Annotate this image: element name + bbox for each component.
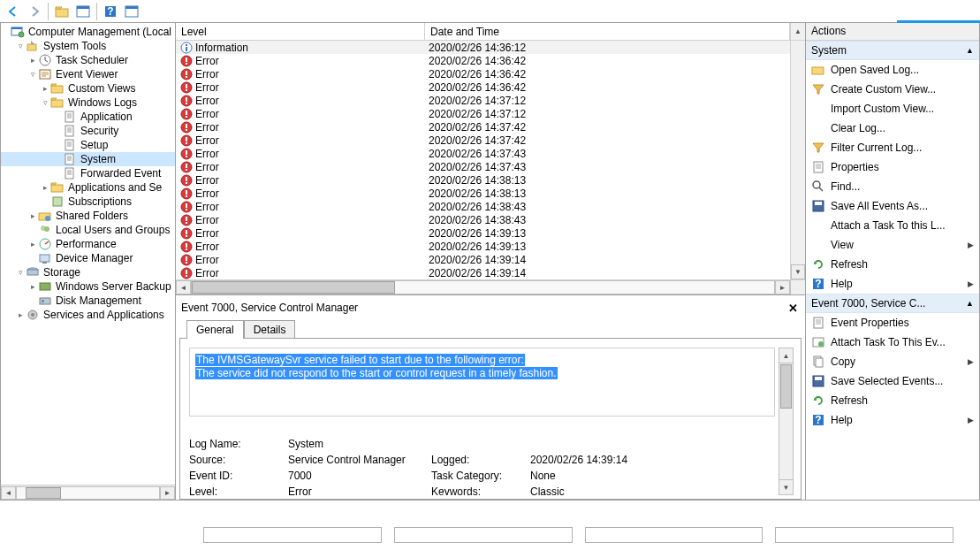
tree-item[interactable]: ▸Windows Server Backup [1, 279, 175, 294]
collapse-icon[interactable]: ▲ [966, 299, 974, 308]
show-action-pane-button[interactable] [122, 2, 141, 21]
actions-group-system[interactable]: System ▲ [806, 41, 979, 60]
tree-item[interactable]: ▿System Tools [1, 39, 175, 53]
action-item[interactable]: View▶ [806, 235, 979, 255]
action-item[interactable]: Open Saved Log... [806, 60, 979, 80]
grid-row[interactable]: Error2020/02/26 14:37:43 [176, 160, 805, 173]
collapse-icon[interactable]: ▲ [966, 46, 974, 55]
tree-item[interactable]: ▿Windows Logs [1, 96, 175, 110]
tree-item[interactable]: ▿Event Viewer [1, 67, 175, 81]
tree-item[interactable]: Computer Management (Local [1, 25, 175, 39]
scroll-down-icon[interactable]: ▼ [779, 479, 793, 494]
forward-button[interactable] [25, 2, 44, 21]
tree-item[interactable]: Local Users and Groups [1, 223, 175, 237]
help-button[interactable]: ? [101, 2, 120, 21]
tree-item[interactable]: Disk Management [1, 294, 175, 308]
expand-icon[interactable]: ▸ [27, 211, 38, 220]
grid-row[interactable]: Error2020/02/26 14:39:13 [176, 226, 805, 240]
close-icon[interactable]: ✕ [788, 302, 798, 315]
tab-general[interactable]: General [186, 320, 244, 339]
grid-row[interactable]: Error2020/02/26 14:37:43 [176, 147, 805, 160]
grid-row[interactable]: Error2020/02/26 14:36:42 [176, 80, 805, 94]
scroll-thumb[interactable] [26, 487, 61, 499]
action-item[interactable]: Filter Current Log... [806, 138, 979, 157]
tree-item[interactable]: Setup [1, 138, 175, 152]
tree-item[interactable]: Security [1, 124, 175, 138]
action-item[interactable]: ?Help▶ [806, 274, 979, 294]
grid-row[interactable]: Error2020/02/26 14:36:42 [176, 54, 805, 67]
grid-row[interactable]: Error2020/02/26 14:38:13 [176, 187, 805, 200]
grid-row[interactable]: Error2020/02/26 14:38:43 [176, 200, 805, 213]
action-item[interactable]: Attach Task To This Ev... [806, 333, 979, 352]
grid-row[interactable]: Error2020/02/26 14:37:12 [176, 107, 805, 120]
scroll-up-icon[interactable]: ▲ [779, 348, 793, 363]
action-item[interactable]: Create Custom View... [806, 80, 979, 99]
tree-item[interactable]: ▸Shared Folders [1, 209, 175, 223]
scroll-right-icon[interactable]: ► [775, 280, 790, 294]
actions-group-event[interactable]: Event 7000, Service C... ▲ [806, 294, 979, 313]
tree-item[interactable]: System [1, 152, 175, 166]
action-item[interactable]: Find... [806, 177, 979, 196]
action-item[interactable]: Event Properties [806, 313, 979, 333]
grid-row[interactable]: Error2020/02/26 14:39:14 [176, 253, 805, 266]
action-item[interactable]: Refresh [806, 255, 979, 274]
action-item[interactable]: Refresh [806, 391, 979, 410]
expand-icon[interactable]: ▿ [15, 42, 26, 50]
scroll-track[interactable] [16, 486, 160, 500]
expand-icon[interactable]: ▸ [27, 56, 38, 65]
scroll-up-icon[interactable]: ▲ [790, 23, 805, 40]
grid-vertical-scrollbar[interactable]: ▼ [790, 41, 805, 279]
action-item[interactable]: Copy▶ [806, 352, 979, 371]
detail-vertical-scrollbar[interactable]: ▲ ▼ [779, 348, 794, 495]
expand-icon[interactable]: ▸ [40, 183, 50, 192]
grid-row[interactable]: Error2020/02/26 14:36:42 [176, 67, 805, 80]
tree-item[interactable]: Forwarded Event [1, 166, 175, 180]
show-tree-button[interactable] [73, 2, 93, 21]
col-level[interactable]: Level [176, 23, 425, 40]
action-item[interactable]: Save Selected Events... [806, 371, 979, 391]
tree-item[interactable]: ▸Services and Applications [1, 308, 175, 322]
expand-icon[interactable]: ▿ [40, 98, 50, 107]
grid-row[interactable]: Error2020/02/26 14:38:43 [176, 213, 805, 226]
expand-icon[interactable]: ▸ [40, 84, 50, 93]
scroll-down-icon[interactable]: ▼ [791, 264, 805, 279]
tree-item[interactable]: Application [1, 110, 175, 124]
scroll-right-icon[interactable]: ► [160, 486, 175, 500]
scroll-left-icon[interactable]: ◄ [1, 486, 16, 500]
expand-icon[interactable]: ▿ [27, 70, 38, 79]
nav-tree[interactable]: Computer Management (Local▿System Tools▸… [1, 23, 175, 322]
col-datetime[interactable]: Date and Time [425, 23, 790, 40]
back-button[interactable] [4, 2, 23, 21]
grid-row[interactable]: Error2020/02/26 14:37:42 [176, 120, 805, 134]
grid-row[interactable]: Error2020/02/26 14:37:12 [176, 94, 805, 107]
tree-item[interactable]: Device Manager [1, 251, 175, 265]
tree-item[interactable]: ▸Task Scheduler [1, 53, 175, 67]
folder-up-button[interactable] [52, 2, 72, 21]
tree-horizontal-scrollbar[interactable]: ◄ ► [1, 485, 175, 500]
tab-details[interactable]: Details [244, 320, 296, 339]
action-item[interactable]: ?Help▶ [806, 410, 979, 430]
scroll-left-icon[interactable]: ◄ [176, 280, 191, 294]
grid-body[interactable]: Information2020/02/26 14:36:12Error2020/… [176, 41, 805, 294]
scroll-thumb[interactable] [192, 281, 395, 294]
tree-item[interactable]: ▸Applications and Se [1, 180, 175, 195]
grid-horizontal-scrollbar[interactable]: ◄ ► [176, 279, 805, 294]
expand-icon[interactable]: ▸ [15, 310, 26, 319]
tree-item[interactable]: ▿Storage [1, 265, 175, 279]
expand-icon[interactable]: ▸ [27, 282, 38, 291]
scroll-thumb[interactable] [780, 364, 792, 409]
expand-icon[interactable]: ▸ [27, 240, 38, 248]
grid-row[interactable]: Error2020/02/26 14:38:13 [176, 173, 805, 187]
grid-row[interactable]: Error2020/02/26 14:39:14 [176, 266, 805, 279]
action-item[interactable]: Import Custom View... [806, 99, 979, 118]
action-item[interactable]: Clear Log... [806, 118, 979, 138]
tree-item[interactable]: ▸Custom Views [1, 81, 175, 96]
grid-row[interactable]: Error2020/02/26 14:39:13 [176, 240, 805, 253]
grid-row[interactable]: Information2020/02/26 14:36:12 [176, 41, 805, 54]
tree-item[interactable]: ▸Performance [1, 237, 175, 251]
grid-row[interactable]: Error2020/02/26 14:37:42 [176, 134, 805, 147]
action-item[interactable]: Save All Events As... [806, 196, 979, 216]
action-item[interactable]: Attach a Task To this L... [806, 216, 979, 235]
action-item[interactable]: Properties [806, 157, 979, 177]
expand-icon[interactable]: ▿ [15, 268, 26, 277]
